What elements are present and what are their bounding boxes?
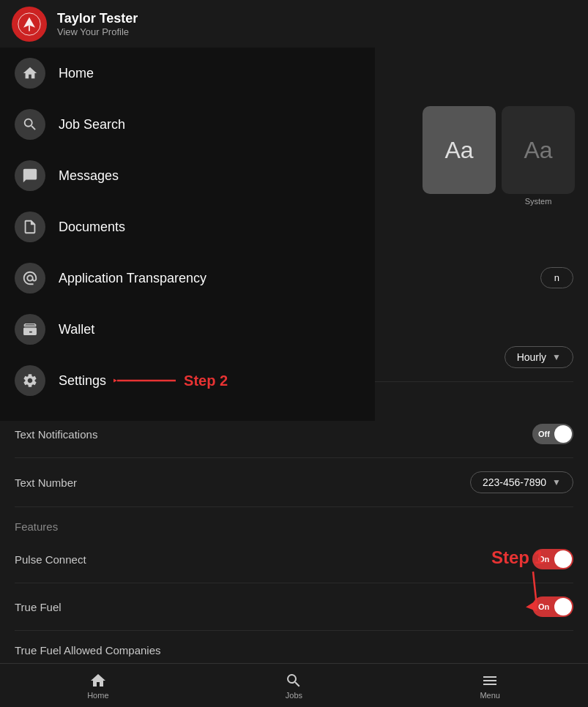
sidebar-item-application-transparency[interactable]: Application Transparency (0, 252, 375, 304)
theme-section: Aa Aa System (377, 106, 581, 206)
true-fuel-row: True Fuel On (15, 583, 573, 631)
true-fuel-label: True Fuel (15, 601, 62, 613)
messages-icon (22, 168, 38, 184)
tab-jobs-label: Jobs (286, 691, 302, 700)
view-profile-link[interactable]: View Your Profile (57, 26, 138, 37)
documents-icon-bg (15, 212, 45, 242)
header: Taylor Tester View Your Profile (0, 0, 588, 48)
pulse-connect-knob (554, 550, 572, 568)
tab-menu[interactable]: Menu (468, 672, 512, 700)
at-icon (22, 270, 38, 286)
messages-label: Messages (59, 168, 119, 184)
toggle-area-placeholder: n (540, 267, 573, 288)
true-fuel-companies-label: True Fuel Allowed Companies (15, 644, 161, 656)
frequency-chevron-icon: ▼ (552, 352, 561, 362)
tab-jobs-icon (285, 672, 302, 689)
system-theme-aa: Aa (524, 137, 552, 164)
text-notifications-label: Text Notifications (15, 428, 97, 441)
svg-point-2 (32, 330, 34, 332)
toggle-off-knob (554, 425, 572, 443)
wallet-icon (22, 321, 38, 337)
sidebar-item-wallet[interactable]: Wallet (0, 304, 375, 355)
dark-theme-card[interactable]: Aa (423, 106, 496, 194)
phone-chevron-icon: ▼ (552, 477, 561, 487)
sidebar-item-messages[interactable]: Messages (0, 150, 375, 201)
step1-label: Step 1 (491, 547, 544, 568)
wallet-icon-bg (15, 314, 45, 345)
user-name: Taylor Tester (57, 11, 138, 26)
settings-icon-bg (15, 365, 45, 396)
sidebar-item-documents[interactable]: Documents (0, 201, 375, 252)
job-search-icon-bg (15, 109, 45, 140)
system-theme-card[interactable]: Aa (502, 106, 575, 194)
settings-icon (22, 373, 38, 389)
application-transparency-icon-bg (15, 263, 45, 293)
frequency-value: Hourly (517, 351, 546, 363)
home-icon (22, 65, 38, 81)
system-theme-label: System (525, 197, 552, 206)
text-number-label: Text Number (15, 476, 77, 489)
documents-label: Documents (59, 220, 125, 235)
application-transparency-label: Application Transparency (59, 271, 206, 286)
toggle-off-label: Off (538, 430, 550, 438)
wallet-label: Wallet (59, 322, 94, 337)
step2-annotation-container: Step 2 (113, 373, 228, 389)
tab-home[interactable]: Home (76, 672, 120, 700)
tab-home-icon (89, 672, 107, 689)
dark-theme-aa: Aa (444, 137, 473, 164)
app-logo[interactable] (12, 7, 47, 42)
frequency-dropdown[interactable]: Hourly ▼ (505, 346, 573, 368)
sidebar-item-home[interactable]: Home (0, 48, 375, 99)
home-icon-bg (15, 58, 45, 89)
text-number-value: 223-456-7890 (483, 476, 546, 488)
pulse-connect-label: Pulse Connect (15, 553, 86, 566)
tab-home-label: Home (87, 691, 108, 700)
sidebar-item-settings[interactable]: Settings Step 2 (0, 355, 375, 406)
search-icon (22, 116, 38, 132)
text-number-row: Text Number 223-456-7890 ▼ (15, 458, 573, 507)
true-fuel-knob (554, 598, 572, 616)
step2-label: Step 2 (184, 373, 228, 389)
tab-menu-label: Menu (480, 691, 500, 700)
text-notifications-toggle[interactable]: Off (532, 424, 573, 444)
tab-jobs[interactable]: Jobs (272, 672, 316, 700)
text-number-dropdown[interactable]: 223-456-7890 ▼ (470, 471, 573, 493)
tab-bar: Home Jobs Menu (0, 663, 588, 707)
step2-arrow-icon (113, 373, 179, 388)
features-section-title: Features (15, 507, 573, 536)
some-toggle-pill[interactable]: n (540, 267, 573, 288)
home-label: Home (59, 66, 94, 81)
tab-menu-icon (481, 672, 499, 689)
pulse-connect-row: Pulse Connect On (15, 536, 573, 583)
sidebar-item-job-search[interactable]: Job Search (0, 99, 375, 150)
step1-annotation: Step 1 (491, 547, 544, 612)
settings-label: Settings (59, 373, 106, 389)
documents-icon (22, 219, 38, 235)
svg-line-6 (533, 572, 537, 606)
nav-drawer: Home Job Search Messages Documents (0, 48, 375, 421)
header-user-info: Taylor Tester View Your Profile (57, 11, 138, 37)
messages-icon-bg (15, 160, 45, 191)
step1-arrow-icon (500, 568, 544, 612)
job-search-label: Job Search (59, 117, 125, 132)
